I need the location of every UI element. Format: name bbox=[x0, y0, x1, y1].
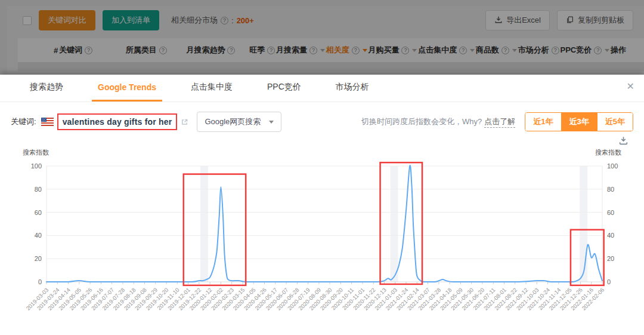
keyword-label: 关键词: bbox=[11, 116, 36, 127]
y-axis-tick-right: 0 bbox=[607, 278, 611, 285]
external-link-icon[interactable] bbox=[181, 118, 188, 126]
y-axis-tick-right: 40 bbox=[607, 232, 614, 239]
highlight-box bbox=[184, 174, 246, 285]
chart-controls-row: 关键词: valentines day gifts for her Google… bbox=[11, 112, 633, 132]
google-trends-panel: 搜索趋势Google Trends点击集中度PPC竞价市场分析✕ 关键词: va… bbox=[0, 75, 644, 335]
year-band bbox=[391, 166, 398, 282]
chart-download-row bbox=[0, 132, 644, 146]
range-button-近1年[interactable]: 近1年 bbox=[525, 113, 561, 131]
y-axis-tick-left: 0 bbox=[38, 278, 42, 285]
search-type-select[interactable]: Google网页搜索 bbox=[197, 112, 281, 132]
tab-点击集中度[interactable]: 点击集中度 bbox=[185, 75, 239, 102]
tab-搜索趋势[interactable]: 搜索趋势 bbox=[24, 75, 69, 102]
y-axis-title-left: 搜索指数 bbox=[23, 149, 49, 156]
learn-more-link[interactable]: 点击了解 bbox=[484, 116, 515, 128]
y-axis-tick-left: 100 bbox=[31, 162, 42, 170]
tab-ppc竞价[interactable]: PPC竞价 bbox=[261, 75, 307, 102]
keyword-highlight-box: valentines day gifts for her bbox=[57, 113, 178, 130]
range-button-近3年[interactable]: 近3年 bbox=[561, 113, 597, 131]
modal-dim-overlay bbox=[0, 0, 644, 75]
y-axis-tick-left: 60 bbox=[35, 209, 42, 216]
chevron-down-icon bbox=[269, 121, 274, 124]
y-axis-tick-left: 20 bbox=[35, 255, 42, 262]
trend-line bbox=[47, 165, 602, 282]
time-range-group: 近1年近3年近5年 bbox=[525, 112, 633, 131]
y-axis-tick-right: 20 bbox=[607, 255, 614, 262]
trends-chart-area: 002020404060608080100100搜索指数搜索指数2019-03-… bbox=[0, 146, 644, 325]
close-icon[interactable]: ✕ bbox=[627, 82, 634, 91]
y-axis-tick-left: 40 bbox=[35, 232, 42, 239]
search-type-value: Google网页搜索 bbox=[205, 116, 261, 127]
trends-chart[interactable]: 002020404060608080100100搜索指数搜索指数2019-03-… bbox=[0, 146, 644, 325]
timespan-hint: 切换时间跨度后指数会变化，Why? 点击了解 bbox=[361, 116, 515, 128]
us-flag-icon bbox=[41, 118, 54, 126]
y-axis-tick-left: 80 bbox=[35, 186, 42, 193]
tab-市场分析[interactable]: 市场分析 bbox=[330, 75, 375, 102]
range-button-近5年[interactable]: 近5年 bbox=[597, 113, 633, 131]
background-table-section: 关键词对比 加入到清单 相关细分市场 ? : 200+ 导出Excel 复制到剪… bbox=[0, 0, 644, 75]
y-axis-tick-right: 80 bbox=[607, 186, 614, 193]
year-band bbox=[580, 166, 587, 282]
download-chart-icon[interactable] bbox=[618, 136, 628, 146]
y-axis-tick-right: 100 bbox=[607, 162, 618, 170]
year-band bbox=[200, 166, 208, 282]
timespan-hint-text: 切换时间跨度后指数会变化，Why? bbox=[361, 116, 482, 127]
tab-google-trends[interactable]: Google Trends bbox=[92, 75, 162, 102]
y-axis-title-right: 搜索指数 bbox=[595, 149, 621, 156]
y-axis-tick-right: 60 bbox=[607, 209, 614, 216]
panel-tabs: 搜索趋势Google Trends点击集中度PPC竞价市场分析✕ bbox=[0, 75, 644, 102]
keyword-value: valentines day gifts for her bbox=[63, 117, 172, 127]
